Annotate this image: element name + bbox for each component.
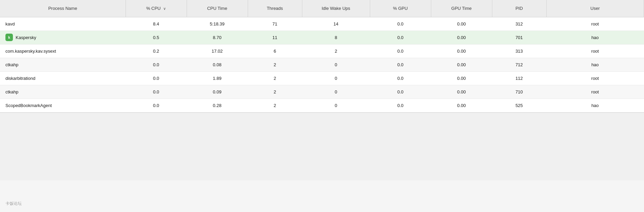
cell-cpu_time: 0.28 bbox=[187, 99, 248, 112]
table-row[interactable]: diskarbitrationd0.01.89200.00.00112root bbox=[0, 71, 644, 85]
cell-user: hao bbox=[546, 58, 644, 71]
cell-cpu: 0.5 bbox=[126, 31, 187, 44]
cell-user: hao bbox=[546, 99, 644, 112]
cell-cpu_time: 0.08 bbox=[187, 58, 248, 71]
process-name-cell: ScopedBookmarkAgent bbox=[0, 99, 126, 112]
cell-cpu_time: 17.02 bbox=[187, 44, 248, 58]
cell-pid: 112 bbox=[492, 71, 546, 85]
cell-gpu_time: 0.00 bbox=[431, 17, 492, 31]
col-header-gpu-time[interactable]: GPU Time bbox=[431, 0, 492, 17]
cell-gpu: 0.0 bbox=[370, 44, 431, 58]
table-row[interactable]: kavd8.45:18.3971140.00.00312root bbox=[0, 17, 644, 31]
cell-user: root bbox=[546, 44, 644, 58]
cell-cpu: 0.0 bbox=[126, 85, 187, 99]
process-name-cell: diskarbitrationd bbox=[0, 71, 126, 85]
cell-threads: 2 bbox=[248, 71, 302, 85]
cell-idle_wake_ups: 8 bbox=[302, 31, 370, 44]
cell-idle_wake_ups: 2 bbox=[302, 44, 370, 58]
cell-idle_wake_ups: 0 bbox=[302, 85, 370, 99]
process-name-cell: com.kaspersky.kav.sysext bbox=[0, 44, 126, 58]
cell-cpu_time: 5:18.39 bbox=[187, 17, 248, 31]
col-header-cpu[interactable]: % CPU ∨ bbox=[126, 0, 187, 17]
process-name-cell: kavd bbox=[0, 17, 126, 31]
table-body: kavd8.45:18.3971140.00.00312rootkKaspers… bbox=[0, 17, 644, 112]
table-row[interactable]: ScopedBookmarkAgent0.00.28200.00.00525ha… bbox=[0, 99, 644, 112]
cell-idle_wake_ups: 0 bbox=[302, 58, 370, 71]
col-header-pid[interactable]: PID bbox=[492, 0, 546, 17]
cell-cpu: 8.4 bbox=[126, 17, 187, 31]
cell-cpu_time: 0.09 bbox=[187, 85, 248, 99]
cell-cpu: 0.0 bbox=[126, 71, 187, 85]
cell-gpu: 0.0 bbox=[370, 58, 431, 71]
cell-user: hao bbox=[546, 31, 644, 44]
footer-empty-area bbox=[0, 112, 644, 180]
cell-pid: 313 bbox=[492, 44, 546, 58]
cell-gpu: 0.0 bbox=[370, 31, 431, 44]
cell-pid: 712 bbox=[492, 58, 546, 71]
col-header-process-name[interactable]: Process Name bbox=[0, 0, 126, 17]
watermark-label: 卡饭论坛 bbox=[5, 201, 22, 207]
cell-idle_wake_ups: 0 bbox=[302, 99, 370, 112]
cell-pid: 710 bbox=[492, 85, 546, 99]
col-header-gpu-label: % GPU bbox=[393, 6, 408, 11]
cell-gpu_time: 0.00 bbox=[431, 71, 492, 85]
col-header-idle-wake-ups[interactable]: Idle Wake Ups bbox=[302, 0, 370, 17]
cell-user: root bbox=[546, 17, 644, 31]
process-name-cell: ctkahp bbox=[0, 58, 126, 71]
cell-gpu: 0.0 bbox=[370, 85, 431, 99]
process-table-container: Process Name % CPU ∨ CPU Time Threads Id… bbox=[0, 0, 644, 112]
cell-threads: 2 bbox=[248, 85, 302, 99]
cell-cpu: 0.0 bbox=[126, 99, 187, 112]
cell-cpu: 0.2 bbox=[126, 44, 187, 58]
col-header-gpu[interactable]: % GPU bbox=[370, 0, 431, 17]
col-header-process-name-label: Process Name bbox=[48, 6, 77, 11]
col-header-threads[interactable]: Threads bbox=[248, 0, 302, 17]
cell-idle_wake_ups: 14 bbox=[302, 17, 370, 31]
process-table: Process Name % CPU ∨ CPU Time Threads Id… bbox=[0, 0, 644, 112]
col-header-pid-label: PID bbox=[515, 6, 523, 11]
process-name-text: ctkahp bbox=[5, 62, 18, 67]
cell-threads: 2 bbox=[248, 99, 302, 112]
cell-pid: 701 bbox=[492, 31, 546, 44]
process-name-text: kavd bbox=[5, 21, 15, 26]
table-row[interactable]: ctkahp0.00.08200.00.00712hao bbox=[0, 58, 644, 71]
table-header-row: Process Name % CPU ∨ CPU Time Threads Id… bbox=[0, 0, 644, 17]
cell-gpu_time: 0.00 bbox=[431, 85, 492, 99]
col-header-gpu-time-label: GPU Time bbox=[451, 6, 472, 11]
cell-gpu: 0.0 bbox=[370, 99, 431, 112]
col-header-user-label: User bbox=[590, 6, 600, 11]
process-name-text: com.kaspersky.kav.sysext bbox=[5, 49, 56, 54]
col-header-idle-wake-ups-label: Idle Wake Ups bbox=[322, 6, 350, 11]
col-header-user[interactable]: User bbox=[546, 0, 644, 17]
cell-gpu_time: 0.00 bbox=[431, 31, 492, 44]
table-row[interactable]: com.kaspersky.kav.sysext0.217.02620.00.0… bbox=[0, 44, 644, 58]
sort-arrow-icon: ∨ bbox=[163, 6, 166, 11]
cell-cpu_time: 8.70 bbox=[187, 31, 248, 44]
cell-cpu: 0.0 bbox=[126, 58, 187, 71]
process-name-text: ctkahp bbox=[5, 89, 18, 94]
cell-gpu: 0.0 bbox=[370, 71, 431, 85]
process-name-text: Kaspersky bbox=[16, 35, 36, 40]
cell-idle_wake_ups: 0 bbox=[302, 71, 370, 85]
process-name-cell: kKaspersky bbox=[0, 31, 126, 44]
cell-gpu_time: 0.00 bbox=[431, 58, 492, 71]
cell-threads: 11 bbox=[248, 31, 302, 44]
cell-gpu_time: 0.00 bbox=[431, 99, 492, 112]
cell-gpu: 0.0 bbox=[370, 17, 431, 31]
process-name-text: diskarbitrationd bbox=[5, 76, 35, 81]
app-icon: k bbox=[5, 34, 13, 41]
app-icon-letter: k bbox=[8, 35, 10, 39]
cell-cpu_time: 1.89 bbox=[187, 71, 248, 85]
cell-threads: 71 bbox=[248, 17, 302, 31]
table-row[interactable]: ctkahp0.00.09200.00.00710root bbox=[0, 85, 644, 99]
process-name-text: ScopedBookmarkAgent bbox=[5, 103, 52, 108]
cell-gpu_time: 0.00 bbox=[431, 44, 492, 58]
col-header-cpu-time-label: CPU Time bbox=[207, 6, 227, 11]
cell-pid: 312 bbox=[492, 17, 546, 31]
cell-threads: 2 bbox=[248, 58, 302, 71]
cell-user: root bbox=[546, 71, 644, 85]
cell-pid: 525 bbox=[492, 99, 546, 112]
col-header-cpu-label: % CPU bbox=[146, 6, 161, 11]
table-row[interactable]: kKaspersky0.58.701180.00.00701hao bbox=[0, 31, 644, 44]
col-header-cpu-time[interactable]: CPU Time bbox=[187, 0, 248, 17]
